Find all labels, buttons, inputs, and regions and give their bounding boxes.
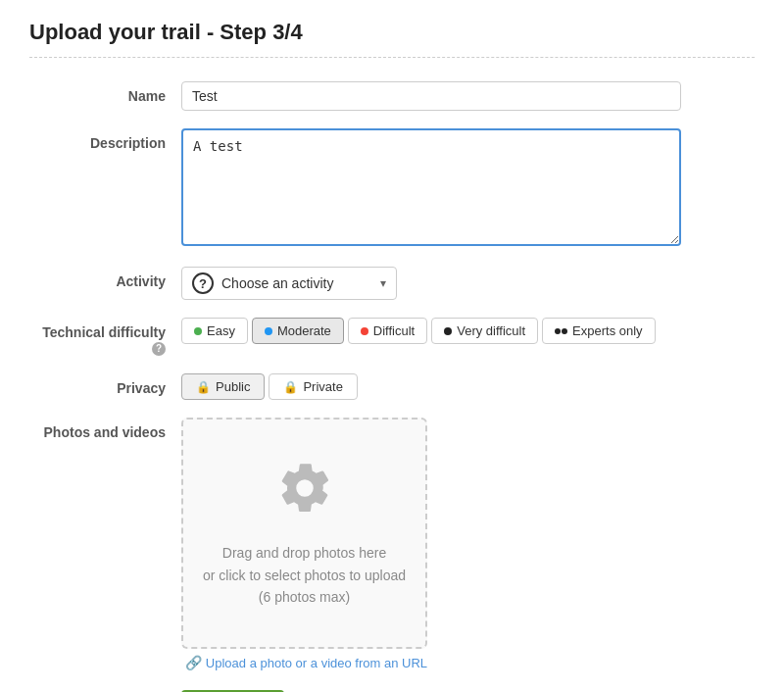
activity-row: Activity ? Choose an activity ▾ — [29, 267, 755, 300]
difficulty-moderate-button[interactable]: Moderate — [252, 318, 344, 344]
privacy-buttons-group: 🔒 Public 🔒 Private — [181, 373, 681, 400]
description-input[interactable]: A test — [181, 128, 681, 246]
link-icon: 🔗 — [185, 655, 202, 670]
activity-question-icon: ? — [192, 272, 214, 294]
difficulty-difficult-button[interactable]: Difficult — [348, 318, 427, 344]
chevron-down-icon: ▾ — [380, 276, 386, 290]
easy-label: Easy — [207, 323, 235, 338]
very-difficult-label: Very difficult — [457, 323, 525, 338]
public-label: Public — [216, 379, 250, 394]
difficulty-experts-only-button[interactable]: Experts only — [542, 318, 656, 344]
difficulty-row: Technical difficulty ? Easy Moderate Dif… — [29, 318, 755, 356]
easy-dot — [194, 327, 202, 335]
activity-label: Activity — [29, 267, 181, 289]
upload-url-section: 🔗 Upload a photo or a video from an URL — [181, 655, 427, 670]
privacy-row: Privacy 🔒 Public 🔒 Private — [29, 373, 755, 400]
experts-only-dot — [555, 328, 567, 334]
privacy-label: Privacy — [29, 373, 181, 396]
very-difficult-dot — [444, 327, 452, 335]
description-label: Description — [29, 128, 181, 151]
photos-row: Photos and videos Drag and drop photos h… — [29, 418, 755, 670]
camera-icon — [203, 459, 406, 528]
difficulty-easy-button[interactable]: Easy — [181, 318, 248, 344]
difficulty-label: Technical difficulty ? — [29, 318, 181, 356]
activity-control-wrap: ? Choose an activity ▾ — [181, 267, 681, 300]
moderate-label: Moderate — [277, 323, 331, 338]
upload-url-link[interactable]: 🔗 Upload a photo or a video from an URL — [181, 655, 427, 670]
page-title: Upload your trail - Step 3/4 — [29, 20, 755, 45]
privacy-public-button[interactable]: 🔒 Public — [181, 373, 265, 400]
upload-limit-text: (6 photos max) — [203, 586, 406, 608]
activity-placeholder: Choose an activity — [221, 275, 333, 291]
moderate-dot — [265, 327, 272, 335]
upload-dropzone[interactable]: Drag and drop photos here or click to se… — [181, 418, 427, 649]
upload-sub-text: or click to select photos to upload — [203, 565, 406, 586]
difficulty-buttons-group: Easy Moderate Difficult Very difficult E… — [181, 318, 681, 344]
difficulty-control-wrap: Easy Moderate Difficult Very difficult E… — [181, 318, 681, 344]
difficulty-very-difficult-button[interactable]: Very difficult — [431, 318, 538, 344]
photos-label: Photos and videos — [29, 418, 181, 440]
upload-url-text: Upload a photo or a video from an URL — [206, 656, 427, 670]
privacy-private-button[interactable]: 🔒 Private — [269, 373, 357, 400]
section-divider — [29, 57, 755, 58]
name-row: Name — [29, 81, 755, 111]
description-row: Description A test — [29, 128, 755, 249]
public-lock-icon: 🔒 — [196, 380, 211, 394]
difficulty-help-icon[interactable]: ? — [152, 342, 166, 356]
difficult-dot — [361, 327, 368, 335]
private-label: Private — [303, 379, 342, 394]
photos-control-wrap: Drag and drop photos here or click to se… — [181, 418, 427, 670]
name-label: Name — [29, 81, 181, 104]
activity-dropdown[interactable]: ? Choose an activity ▾ — [181, 267, 397, 300]
privacy-control-wrap: 🔒 Public 🔒 Private — [181, 373, 681, 400]
experts-only-label: Experts only — [572, 323, 643, 338]
private-lock-icon: 🔒 — [283, 380, 298, 394]
description-control-wrap: A test — [181, 128, 681, 249]
name-control-wrap — [181, 81, 681, 111]
name-input[interactable] — [181, 81, 681, 111]
difficult-label: Difficult — [373, 323, 415, 338]
upload-main-text: Drag and drop photos here — [203, 542, 406, 564]
